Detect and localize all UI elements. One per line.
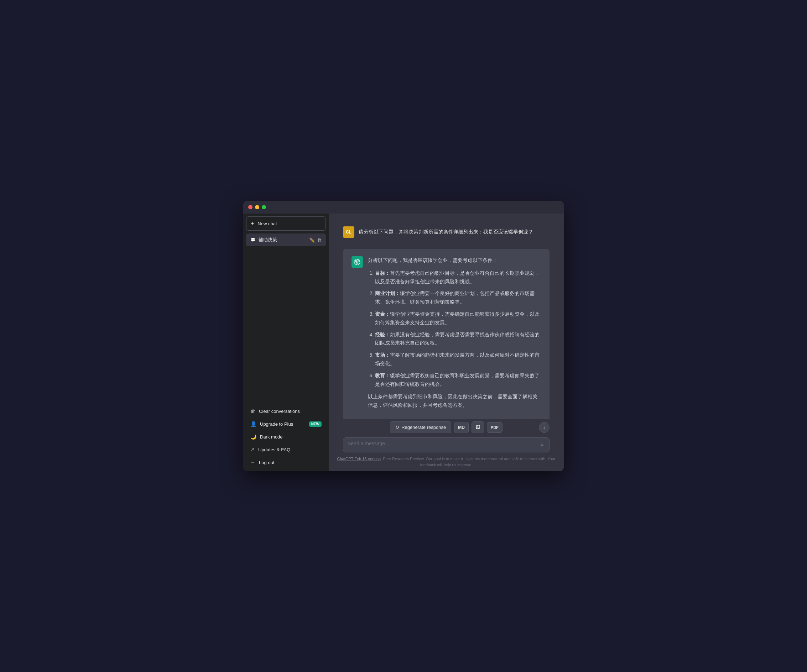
edit-icon[interactable]: ✏️ [309,237,315,243]
list-item: 经验：如果没有创业经验，需要考虑是否需要寻找合作伙伴或招聘有经验的团队成员来补充… [375,331,541,348]
app-window: + New chat 💬 辅助决策 ✏️ 🗑 🗑 Clear conversat… [243,201,564,471]
export-pdf-button[interactable]: PDF [487,422,503,433]
assistant-conclusion: 以上条件都需要考虑到细节和风险，因此在做出决策之前，需要全面了解相关信息，评估风… [368,392,541,410]
main-panel: CL 请分析以下问题，并将决策判断所需的条件详细列出来：我是否应该辍学创业？ 分… [329,214,564,471]
new-chat-label: New chat [257,221,277,227]
regenerate-label: Regenerate response [401,425,446,430]
chat-bubble-icon: 💬 [251,237,256,242]
plus-icon: + [251,220,254,227]
logout-icon: → [251,460,255,465]
assistant-intro: 分析以下问题，我是否应该辍学创业，需要考虑以下条件： [368,256,541,265]
person-icon: 👤 [251,421,256,427]
export-image-button[interactable]: 🖼 [472,421,484,433]
updates-faq-item[interactable]: ↗ Updates & FAQ [246,444,326,455]
refresh-icon: ↻ [395,425,399,430]
export-md-button[interactable]: MD [454,422,469,433]
dark-mode-label: Dark mode [260,434,283,440]
assistant-avatar [352,256,363,268]
scroll-bottom-button[interactable]: ↓ [539,422,550,433]
clear-conversations-label: Clear conversations [259,409,300,414]
sidebar-spacer [246,248,326,402]
md-icon: MD [458,425,465,430]
conversation-title: 辅助决策 [259,237,277,243]
upgrade-label: Upgrade to Plus [260,421,293,427]
list-item: 资金：辍学创业需要资金支持，需要确定自己能够获得多少启动资金，以及如何筹集资金来… [375,310,541,327]
titlebar [243,201,564,214]
chevron-down-icon: ↓ [543,425,546,430]
clear-conversations-item[interactable]: 🗑 Clear conversations [246,405,326,417]
disclaimer-text: . Free Research Preview. Our goal is to … [381,457,555,467]
moon-icon: 🌙 [251,434,256,440]
message-actions: 👍 👎 📋 [368,415,541,419]
assistant-list: 目标：首先需要考虑自己的职业目标，是否创业符合自己的长期职业规划，以及是否准备好… [368,269,541,389]
new-badge: NEW [309,421,322,427]
disclaimer: ChatGPT Feb 13 Version. Free Research Pr… [329,454,564,471]
send-button[interactable]: ➤ [540,442,545,449]
sidebar: + New chat 💬 辅助决策 ✏️ 🗑 🗑 Clear conversat… [243,214,329,471]
input-wrapper: ➤ [343,437,550,452]
list-item: 目标：首先需要考虑自己的职业目标，是否创业符合自己的长期职业规划，以及是否准备好… [375,269,541,286]
sidebar-footer: 🗑 Clear conversations 👤 Upgrade to Plus … [246,402,326,468]
app-body: + New chat 💬 辅助决策 ✏️ 🗑 🗑 Clear conversat… [243,214,564,471]
dark-mode-item[interactable]: 🌙 Dark mode [246,431,326,443]
send-icon: ➤ [540,442,544,448]
chat-input[interactable] [348,441,537,449]
list-item: 市场：需要了解市场的趋势和未来的发展方向，以及如何应对不确定性的市场变化。 [375,351,541,368]
minimize-button[interactable] [255,205,259,209]
conv-left: 💬 辅助决策 [251,237,277,243]
updates-faq-label: Updates & FAQ [258,447,290,452]
maximize-button[interactable] [262,205,266,209]
assistant-message: 分析以下问题，我是否应该辍学创业，需要考虑以下条件： 目标：首先需要考虑自己的职… [343,249,550,419]
pdf-icon: PDF [491,425,498,430]
close-button[interactable] [248,205,252,209]
list-item: 教育：辍学创业需要权衡自己的教育和职业发展前景，需要考虑如果失败了是否还有回归传… [375,372,541,389]
user-text: 请分析以下问题，并将决策判断所需的条件详细列出来：我是否应该辍学创业？ [359,227,533,236]
upgrade-to-plus-item[interactable]: 👤 Upgrade to Plus NEW [246,418,326,430]
trash-icon: 🗑 [251,408,255,414]
version-link[interactable]: ChatGPT Feb 13 Version [337,457,381,461]
external-link-icon: ↗ [251,447,255,452]
user-avatar: CL [343,227,354,238]
bottom-toolbar: ↻ Regenerate response MD 🖼 PDF ↓ [329,419,564,433]
list-item: 商业计划：辍学创业需要一个良好的商业计划，包括产品或服务的市场需求、竞争环境、财… [375,290,541,306]
logout-label: Log out [259,460,274,465]
traffic-lights [248,205,266,209]
image-icon: 🖼 [475,425,480,430]
assistant-content: 分析以下问题，我是否应该辍学创业，需要考虑以下条件： 目标：首先需要考虑自己的职… [368,256,541,419]
delete-icon[interactable]: 🗑 [317,237,322,243]
input-area: ➤ [329,433,564,454]
chat-area: CL 请分析以下问题，并将决策判断所需的条件详细列出来：我是否应该辍学创业？ 分… [329,214,564,419]
logout-item[interactable]: → Log out [246,456,326,468]
user-message: CL 请分析以下问题，并将决策判断所需的条件详细列出来：我是否应该辍学创业？ [343,221,550,243]
conv-actions: ✏️ 🗑 [309,237,322,243]
new-chat-button[interactable]: + New chat [246,217,326,231]
conversation-item[interactable]: 💬 辅助决策 ✏️ 🗑 [246,233,326,246]
regenerate-button[interactable]: ↻ Regenerate response [390,421,451,433]
